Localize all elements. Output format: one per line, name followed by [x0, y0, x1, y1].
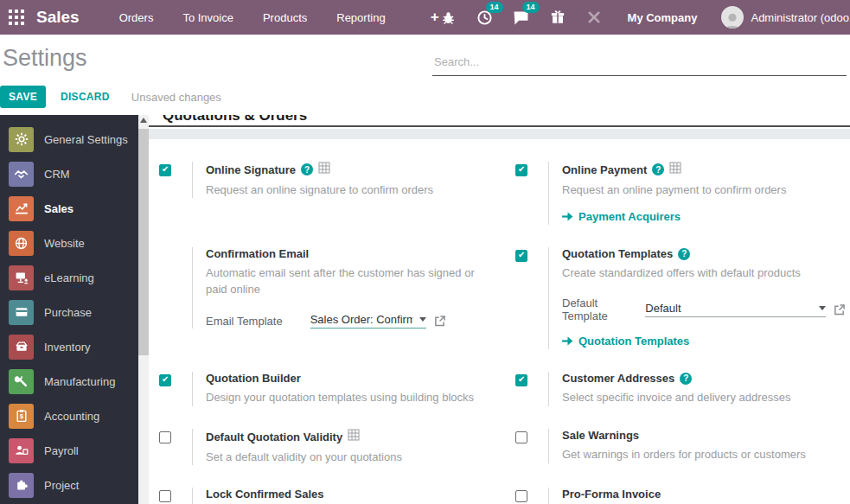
sidebar-item-website[interactable]: Website [0, 226, 138, 260]
help-icon: ? [680, 373, 692, 385]
payment-acquirers-link[interactable]: Payment Acquirers [562, 210, 681, 223]
chart-icon [9, 196, 34, 221]
setting-description: Automatic email sent after the customer … [206, 265, 498, 297]
menu-to-invoice[interactable]: To Invoice [182, 11, 233, 24]
employee-icon [9, 438, 34, 463]
scrollbar-up-arrow[interactable] [140, 118, 147, 123]
action-buttons: SAVE DISCARD Unsaved changes [0, 86, 221, 108]
grid-icon [9, 10, 24, 25]
setting-title: Customer Addresses [562, 372, 674, 385]
settings-grid: Online Signature ? Request an online sig… [149, 139, 850, 504]
sidebar-label: Payroll [44, 444, 79, 457]
default-template-label: Default Template [562, 297, 638, 322]
online-signature-checkbox[interactable] [159, 164, 171, 176]
app-brand-sales[interactable]: Sales [36, 8, 80, 27]
setting-title: Pro-Forma Invoice [562, 488, 661, 501]
sidebar-label: Inventory [44, 341, 90, 354]
setting-description: Request an online payment to confirm ord… [562, 182, 845, 198]
odoo-settings-screen: Sales Orders To Invoice Products Reporti… [0, 0, 850, 504]
main-area: General Settings CRM Sales [0, 115, 850, 504]
setting-online-signature: Online Signature ? Request an online sig… [159, 162, 498, 225]
default-quotation-validity-checkbox[interactable] [159, 431, 171, 443]
sidebar-label: eLearning [44, 271, 94, 284]
sidebar-item-sales[interactable]: Sales [0, 191, 138, 226]
sale-warnings-checkbox[interactable] [515, 431, 527, 443]
setting-title: Default Quotation Validity [206, 431, 342, 443]
quotation-templates-checkbox[interactable] [515, 250, 527, 262]
chevron-down-icon [819, 306, 826, 310]
menu-products[interactable]: Products [263, 11, 307, 24]
arrow-right-icon [562, 212, 573, 221]
tools-icon[interactable] [585, 8, 604, 27]
settings-content: Quotations & Orders Online Signature ? [149, 115, 850, 504]
search-input[interactable] [432, 52, 847, 75]
scrollbar-thumb[interactable] [138, 129, 149, 355]
sidebar-item-crm[interactable]: CRM [0, 156, 138, 191]
quotation-builder-checkbox[interactable] [159, 374, 171, 386]
discard-button[interactable]: DISCARD [61, 91, 110, 103]
user-menu[interactable]: Administrator (odoo14 [721, 6, 850, 29]
presentation-icon [9, 265, 34, 290]
sidebar-item-accounting[interactable]: $ Accounting [0, 399, 138, 433]
gear-icon [9, 127, 34, 152]
customer-addresses-checkbox[interactable] [515, 374, 527, 386]
online-payment-checkbox[interactable] [515, 164, 527, 176]
debug-bug-icon[interactable] [439, 8, 458, 27]
puzzle-icon [9, 473, 34, 498]
setting-description: Request an online signature to confirm o… [206, 182, 498, 198]
plus-icon[interactable]: + [431, 9, 439, 26]
section-heading-clip: Quotations & Orders [149, 115, 850, 129]
setting-title: Online Payment [562, 163, 647, 176]
quotation-templates-link[interactable]: Quotation Templates [562, 335, 689, 348]
external-link-icon[interactable] [434, 316, 445, 327]
menu-reporting[interactable]: Reporting [336, 11, 385, 24]
menu-orders[interactable]: Orders [119, 11, 154, 24]
sidebar-item-inventory[interactable]: Inventory [0, 329, 138, 364]
messages-chat-icon[interactable]: 14 [512, 8, 531, 27]
sidebar-label: General Settings [44, 133, 128, 146]
email-template-select[interactable]: Sales Order: Confirmatio [310, 313, 426, 329]
sidebar-item-general-settings[interactable]: General Settings [0, 122, 138, 156]
sidebar-item-purchase[interactable]: Purchase [0, 295, 138, 329]
setting-customer-addresses: Customer Addresses ? Select specific inv… [515, 372, 845, 406]
sidebar-item-payroll[interactable]: Payroll [0, 433, 138, 468]
pro-forma-invoice-checkbox[interactable] [515, 490, 527, 502]
svg-text:$: $ [20, 412, 23, 420]
enterprise-building-icon [669, 162, 681, 177]
setting-quotation-builder: Quotation Builder Design your quotation … [159, 372, 498, 406]
setting-online-payment: Online Payment ? Request an online payme… [515, 162, 845, 225]
setting-description: Set a default validity on your quotation… [206, 449, 498, 465]
sidebar-item-manufacturing[interactable]: Manufacturing [0, 364, 138, 399]
sidebar-item-elearning[interactable]: eLearning [0, 260, 138, 295]
external-link-icon[interactable] [834, 304, 845, 316]
section-heading-band [149, 129, 850, 139]
setting-title: Quotation Templates [562, 247, 673, 260]
sidebar-label: Project [44, 479, 79, 492]
lock-confirmed-sales-checkbox[interactable] [159, 490, 171, 502]
setting-pro-forma-invoice: Pro-Forma Invoice Allows you to send Pro… [515, 488, 845, 504]
activities-clock-icon[interactable]: 14 [476, 8, 495, 27]
top-navbar: Sales Orders To Invoice Products Reporti… [0, 0, 850, 35]
setting-title: Quotation Builder [206, 372, 301, 385]
sidebar-item-project[interactable]: Project [0, 468, 138, 502]
enterprise-building-icon [348, 429, 360, 444]
enterprise-building-icon [318, 162, 330, 177]
help-icon: ? [652, 163, 664, 175]
setting-title: Confirmation Email [206, 247, 309, 260]
gift-icon[interactable] [548, 8, 567, 27]
control-panel: Settings SAVE DISCARD Unsaved changes [0, 35, 850, 115]
app-menu: Orders To Invoice Products Reporting + [119, 9, 439, 26]
save-button[interactable]: SAVE [0, 86, 46, 108]
setting-confirmation-email: Confirmation Email Automatic email sent … [159, 247, 498, 349]
setting-title: Lock Confirmed Sales [206, 488, 324, 501]
default-template-select[interactable]: Default [645, 302, 826, 317]
section-heading: Quotations & Orders [149, 115, 850, 127]
avatar [721, 6, 744, 29]
sidebar-label: Sales [44, 202, 73, 215]
settings-sidebar: General Settings CRM Sales [0, 115, 138, 504]
setting-default-quotation-validity: Default Quotation Validity Set a default… [159, 429, 498, 465]
company-switcher[interactable]: My Company [628, 11, 698, 24]
help-icon: ? [301, 163, 313, 175]
sidebar-label: Website [44, 237, 85, 250]
apps-grid-icon[interactable] [9, 6, 24, 29]
